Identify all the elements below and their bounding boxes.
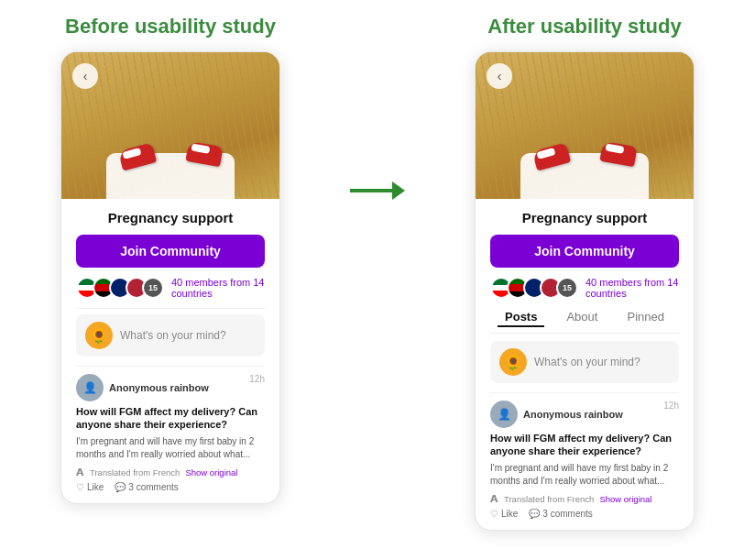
main-container: Before usability study ‹ Pregnancy suppo… (0, 0, 755, 545)
after-show-original[interactable]: Show original (599, 494, 651, 504)
before-phone-card: ‹ Pregnancy support Join Community 15 40… (60, 51, 280, 504)
after-flag-avatars: 15 (490, 277, 578, 299)
after-post-user: 👤 Anonymous rainbow (490, 401, 623, 428)
after-nav-arrow[interactable]: ‹ (487, 63, 512, 89)
after-user-name: Anonymous rainbow (523, 409, 623, 420)
direction-arrow (350, 180, 405, 202)
before-community-title: Pregnancy support (76, 210, 265, 225)
before-comments-button[interactable]: 💬 3 comments (115, 482, 178, 492)
before-user-avatar: 🌻 (85, 322, 113, 349)
after-card-body: Pregnancy support Join Community 15 40 m… (476, 199, 694, 530)
before-like-button[interactable]: ♡ Like (76, 482, 104, 492)
after-phone-card: ‹ Pregnancy support Join Community 15 40… (475, 51, 695, 531)
after-actions-row: ♡ Like 💬 3 comments (490, 509, 679, 519)
tab-pinned[interactable]: Pinned (619, 308, 671, 327)
after-post-time: 12h (663, 401, 679, 411)
after-community-title: Pregnancy support (490, 210, 679, 225)
after-comments-label: 3 comments (542, 509, 592, 519)
after-join-button[interactable]: Join Community (490, 235, 679, 268)
before-like-label: Like (87, 482, 104, 492)
after-section: After usability study ‹ Pregnancy suppor… (432, 15, 737, 531)
after-mind-text: What's on your mind? (534, 356, 640, 368)
before-post-body: I'm pregnant and will have my first baby… (76, 435, 265, 461)
before-actions-row: ♡ Like 💬 3 comments (76, 482, 265, 492)
before-members-text: 40 members from 14 countries (171, 277, 265, 299)
after-members-row: 15 40 members from 14 countries (490, 277, 679, 299)
before-card-body: Pregnancy support Join Community 15 40 m… (61, 199, 279, 503)
after-post-body: I'm pregnant and will have my first baby… (490, 462, 679, 488)
before-whats-on-mind[interactable]: 🌻 What's on your mind? (76, 314, 265, 357)
before-members-row: 15 40 members from 14 countries (76, 277, 265, 299)
before-flag-avatars: 15 (76, 277, 164, 299)
after-post-title: How will FGM affect my delivery? Can any… (490, 432, 679, 458)
after-like-button[interactable]: ♡ Like (490, 509, 518, 519)
heart-icon: ♡ (76, 482, 84, 492)
before-title: Before usability study (65, 15, 276, 38)
before-post-user: 👤 Anonymous rainbow (76, 374, 209, 401)
before-translated-text: Translated from French (90, 467, 180, 478)
before-join-button[interactable]: Join Community (76, 235, 265, 268)
tab-about[interactable]: About (559, 308, 605, 327)
after-tabs-row: Posts About Pinned (490, 308, 679, 334)
after-post-header: 👤 Anonymous rainbow 12h (490, 401, 679, 428)
before-translated-row: 𝗔 Translated from French Show original (76, 467, 265, 478)
comment-icon: 💬 (115, 482, 126, 492)
before-post-header: 👤 Anonymous rainbow 12h (76, 374, 265, 401)
arrow-container (341, 180, 414, 202)
after-heart-icon: ♡ (490, 509, 498, 519)
after-translated-text: Translated from French (504, 494, 594, 504)
before-comments-label: 3 comments (128, 482, 178, 492)
after-members-text: 40 members from 14 countries (585, 277, 679, 299)
before-hero-image: ‹ (61, 52, 279, 199)
after-user-avatar: 🌻 (499, 348, 527, 376)
before-post-time: 12h (249, 374, 265, 384)
before-post-title: How will FGM affect my delivery? Can any… (76, 405, 265, 432)
before-section: Before usability study ‹ Pregnancy suppo… (18, 15, 323, 504)
before-mind-text: What's on your mind? (120, 329, 226, 342)
after-translated-row: 𝗔 Translated from French Show original (490, 493, 679, 505)
before-post-card: 👤 Anonymous rainbow 12h How will FGM aff… (76, 366, 265, 492)
after-comments-button[interactable]: 💬 3 comments (529, 509, 592, 519)
after-title: After usability study (487, 15, 681, 38)
after-flag-extra: 15 (556, 277, 578, 299)
before-nav-arrow[interactable]: ‹ (72, 63, 98, 89)
before-post-avatar: 👤 (76, 374, 104, 401)
after-like-label: Like (501, 509, 518, 519)
before-show-original[interactable]: Show original (185, 467, 237, 478)
after-hero-image: ‹ (476, 52, 694, 199)
after-translate-icon: 𝗔 (490, 493, 498, 505)
after-post-avatar: 👤 (490, 401, 518, 428)
after-post-card: 👤 Anonymous rainbow 12h How will FGM aff… (490, 392, 679, 519)
before-divider (76, 308, 265, 309)
after-comment-icon: 💬 (529, 509, 540, 519)
after-whats-on-mind[interactable]: 🌻 What's on your mind? (490, 341, 679, 383)
before-user-name: Anonymous rainbow (109, 382, 209, 393)
translate-icon: 𝗔 (76, 467, 84, 478)
flag-extra: 15 (142, 277, 164, 299)
tab-posts[interactable]: Posts (498, 308, 544, 327)
